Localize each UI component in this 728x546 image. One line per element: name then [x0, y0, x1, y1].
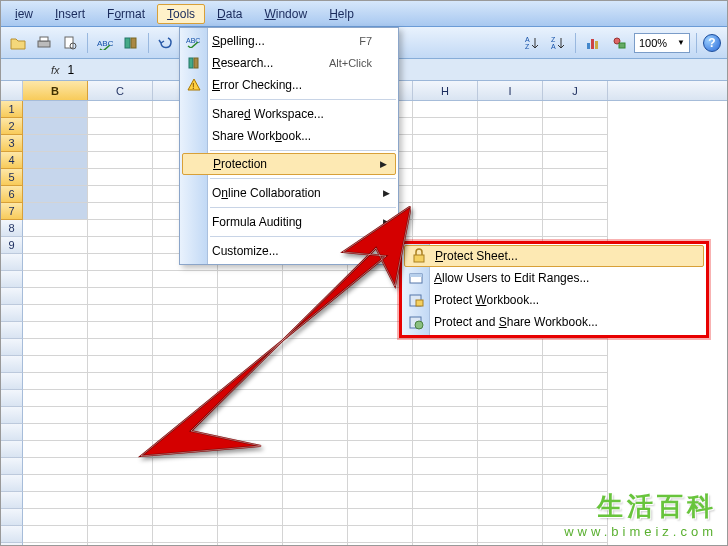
cell[interactable] [218, 407, 283, 424]
row-header[interactable] [1, 526, 23, 543]
cell[interactable] [413, 373, 478, 390]
cell[interactable] [478, 475, 543, 492]
cell[interactable] [153, 322, 218, 339]
cell[interactable] [23, 458, 88, 475]
cell[interactable] [88, 407, 153, 424]
cell[interactable] [348, 509, 413, 526]
cell[interactable] [23, 509, 88, 526]
row-header[interactable] [1, 322, 23, 339]
cell[interactable] [218, 424, 283, 441]
col-header-B[interactable]: B [23, 81, 88, 100]
cell[interactable] [283, 322, 348, 339]
menu-item-protect-workbook[interactable]: Protect Workbook... [402, 289, 706, 311]
cell[interactable] [348, 356, 413, 373]
cell[interactable] [478, 526, 543, 543]
cell[interactable] [23, 424, 88, 441]
sort-desc-icon[interactable]: ZA [547, 32, 569, 54]
menu-item-error-checking[interactable]: !Error Checking... [180, 74, 398, 96]
cell[interactable] [23, 220, 88, 237]
cell[interactable] [348, 339, 413, 356]
cell[interactable] [413, 492, 478, 509]
cell[interactable] [23, 203, 88, 220]
cell[interactable] [478, 407, 543, 424]
cell[interactable] [348, 424, 413, 441]
cell[interactable] [23, 356, 88, 373]
cell[interactable] [413, 458, 478, 475]
cell[interactable] [348, 373, 413, 390]
cell[interactable] [478, 186, 543, 203]
cell[interactable] [478, 339, 543, 356]
cell[interactable] [478, 509, 543, 526]
row-header[interactable] [1, 339, 23, 356]
cell[interactable] [88, 118, 153, 135]
cell[interactable] [23, 152, 88, 169]
cell[interactable] [348, 458, 413, 475]
cell[interactable] [88, 101, 153, 118]
cell[interactable] [283, 458, 348, 475]
cell[interactable] [218, 458, 283, 475]
cell[interactable] [283, 509, 348, 526]
cell[interactable] [413, 390, 478, 407]
cell[interactable] [543, 186, 608, 203]
cell[interactable] [218, 526, 283, 543]
cell[interactable] [88, 390, 153, 407]
cell[interactable] [23, 390, 88, 407]
cell[interactable] [478, 441, 543, 458]
cell[interactable] [23, 441, 88, 458]
cell[interactable] [283, 339, 348, 356]
cell[interactable] [88, 475, 153, 492]
cell[interactable] [23, 254, 88, 271]
help-icon[interactable]: ? [703, 34, 721, 52]
cell[interactable] [218, 441, 283, 458]
menu-item-protection[interactable]: Protection▶ [182, 153, 396, 175]
row-header[interactable] [1, 305, 23, 322]
cell[interactable] [413, 475, 478, 492]
col-header-C[interactable]: C [88, 81, 153, 100]
cell[interactable] [153, 458, 218, 475]
cell[interactable] [153, 526, 218, 543]
row-header[interactable]: 9 [1, 237, 23, 254]
cell[interactable] [413, 509, 478, 526]
cell[interactable] [88, 135, 153, 152]
cell[interactable] [88, 237, 153, 254]
cell[interactable] [23, 305, 88, 322]
cell[interactable] [88, 169, 153, 186]
cell[interactable] [283, 441, 348, 458]
col-header-J[interactable]: J [543, 81, 608, 100]
cell[interactable] [543, 424, 608, 441]
cell[interactable] [88, 509, 153, 526]
cell[interactable] [153, 509, 218, 526]
menu-tools[interactable]: Tools [157, 4, 205, 24]
cell[interactable] [543, 356, 608, 373]
cell[interactable] [153, 475, 218, 492]
cell[interactable] [88, 458, 153, 475]
row-header[interactable]: 8 [1, 220, 23, 237]
cell[interactable] [218, 509, 283, 526]
cell[interactable] [153, 407, 218, 424]
cell[interactable] [543, 203, 608, 220]
cell[interactable] [348, 475, 413, 492]
cell[interactable] [88, 492, 153, 509]
cell[interactable] [88, 305, 153, 322]
cell[interactable] [153, 441, 218, 458]
cell[interactable] [153, 271, 218, 288]
cell[interactable] [88, 339, 153, 356]
cell[interactable] [23, 101, 88, 118]
menu-item-share-workbook[interactable]: Share Workbook... [180, 125, 398, 147]
cell[interactable] [88, 424, 153, 441]
cell[interactable] [218, 492, 283, 509]
row-header[interactable] [1, 288, 23, 305]
cell[interactable] [23, 373, 88, 390]
cell[interactable] [543, 373, 608, 390]
row-header[interactable]: 5 [1, 169, 23, 186]
row-header[interactable] [1, 254, 23, 271]
open-icon[interactable] [7, 32, 29, 54]
menu-item-shared-workspace[interactable]: Shared Workspace... [180, 103, 398, 125]
cell[interactable] [283, 407, 348, 424]
cell[interactable] [218, 271, 283, 288]
row-header[interactable]: 7 [1, 203, 23, 220]
cell[interactable] [88, 373, 153, 390]
menu-item-formula-auditing[interactable]: Formula Auditing▶ [180, 211, 398, 233]
cell[interactable] [88, 356, 153, 373]
cell[interactable] [543, 458, 608, 475]
